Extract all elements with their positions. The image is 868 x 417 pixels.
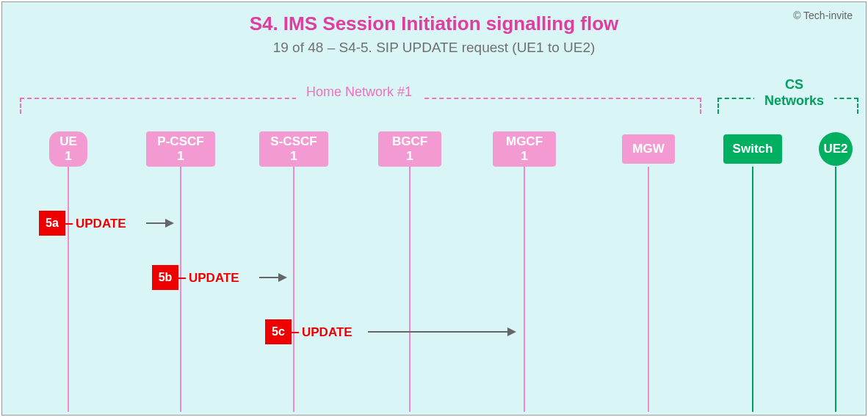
- lifeline-ue1: [68, 167, 69, 412]
- step-badge-5c: 5c: [265, 319, 292, 344]
- step-badge-5b: 5b: [152, 265, 178, 290]
- lifeline-switch: [752, 167, 753, 412]
- node-ue1-line1: UE: [59, 134, 77, 149]
- message-5c: UPDATE: [302, 325, 352, 340]
- lifeline-bgcf: [409, 167, 411, 412]
- message-5a: UPDATE: [76, 217, 126, 231]
- arrow-5b: [259, 277, 286, 278]
- diagram-title: S4. IMS Session Initiation signalling fl…: [2, 2, 866, 35]
- node-ue2: UE2: [819, 132, 853, 166]
- node-pcscf: P-CSCF 1: [146, 131, 215, 167]
- node-bgcf: BGCF 1: [378, 131, 441, 167]
- node-scscf-line2: 1: [290, 149, 297, 164]
- cs-networks-label: CS Networks: [754, 77, 834, 109]
- lifeline-scscf: [293, 167, 294, 412]
- lifeline-pcscf: [180, 167, 181, 412]
- lifeline-mgcf: [524, 167, 525, 412]
- node-ue1: UE 1: [49, 131, 87, 167]
- home-network-label: Home Network #1: [296, 84, 422, 100]
- node-ue1-line2: 1: [65, 149, 71, 164]
- home-network-bracket: [20, 98, 701, 114]
- node-mgcf-line1: MGCF: [506, 134, 543, 149]
- node-mgw: MGW: [622, 134, 675, 164]
- arrow-5c: [368, 331, 515, 333]
- arrow-5a: [146, 222, 173, 224]
- copyright-text: © Tech-invite: [793, 10, 853, 21]
- lifeline-ue2: [835, 167, 836, 412]
- node-pcscf-line1: P-CSCF: [157, 134, 203, 149]
- node-mgcf: MGCF 1: [493, 131, 556, 167]
- node-switch-line1: Switch: [733, 142, 773, 156]
- node-mgw-line1: MGW: [632, 142, 664, 156]
- diagram-subtitle: 19 of 48 – S4-5. SIP UPDATE request (UE1…: [2, 35, 866, 56]
- node-ue2-line1: UE2: [823, 142, 847, 156]
- diagram-canvas: © Tech-invite S4. IMS Session Initiation…: [1, 1, 867, 416]
- node-switch: Switch: [723, 134, 782, 164]
- node-bgcf-line2: 1: [406, 149, 413, 164]
- message-5b: UPDATE: [189, 271, 239, 286]
- node-mgcf-line2: 1: [521, 149, 527, 164]
- node-bgcf-line1: BGCF: [392, 134, 427, 149]
- step-badge-5a: 5a: [39, 211, 65, 236]
- lifeline-mgw: [648, 167, 649, 412]
- node-scscf-line1: S-CSCF: [270, 134, 317, 149]
- node-pcscf-line2: 1: [177, 149, 184, 164]
- node-scscf: S-CSCF 1: [259, 131, 328, 167]
